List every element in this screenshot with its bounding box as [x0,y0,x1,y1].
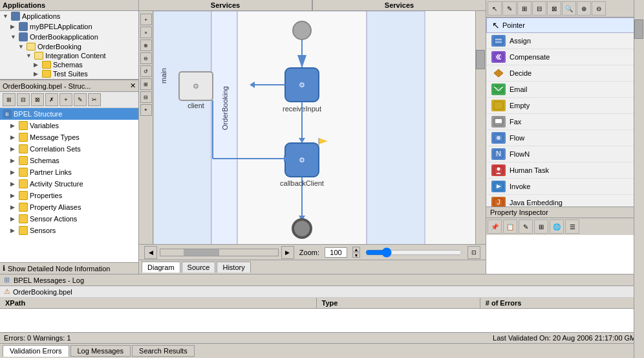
rt-btn-2[interactable]: ✎ [502,1,517,16]
struct-item-sensors[interactable]: ▶ Sensors [0,225,138,236]
bottom-tab-log[interactable]: Log Messages [70,345,131,357]
rt-btn-6[interactable]: 🔍 [562,1,576,16]
comp-item-assign[interactable]: Assign [486,33,644,49]
pointer-item[interactable]: ↖ Pointer [486,17,644,33]
zoom-up[interactable]: ▲ [352,247,360,252]
vt-zoom-out[interactable]: ⊖ [140,52,152,64]
structure-tb-btn-3[interactable]: ⊠ [31,93,44,106]
structure-tb-btn-2[interactable]: ⊟ [17,93,30,106]
expand-orderbook[interactable]: ▼ [10,34,17,40]
pointer-icon: ↖ [492,20,500,30]
show-info-bar[interactable]: ℹ Show Detailed Node Information [0,262,138,274]
rt-btn-8[interactable]: ⊖ [592,1,606,16]
expand-testsuites[interactable]: ▶ [34,71,40,77]
vt-collapse[interactable]: × [140,27,152,38]
close-structure-btn[interactable]: ✕ [130,82,136,90]
diagram-area[interactable]: + × ⊕ ⊖ ↺ ⊞ ⊟ ⌖ main [139,11,486,244]
comp-item-java[interactable]: J Java Embedding [486,195,644,207]
expand-correlation-sets[interactable]: ▶ [10,146,17,152]
scroll-right-btn[interactable]: ▶ [281,246,294,259]
expand-activity-structure[interactable]: ▶ [10,181,17,187]
h-scrollbar[interactable] [160,249,279,256]
zoom-slider[interactable] [365,247,462,258]
struct-item-property-aliases[interactable]: ▶ Property Aliases [0,201,138,213]
expand-integration[interactable]: ▼ [26,52,32,59]
expand-mybpel[interactable]: ▶ [10,23,17,30]
expand-property-aliases[interactable]: ▶ [10,204,17,210]
structure-tb-btn-6[interactable]: ✎ [74,93,87,106]
comp-item-decide[interactable]: Decide [486,65,644,82]
scroll-left-btn[interactable]: ◀ [144,246,157,259]
zoom-fit[interactable]: ⊡ [467,246,480,259]
tab-source[interactable]: Source [182,262,216,273]
vt-expand[interactable]: + [140,14,152,25]
tree-item-orderbooking[interactable]: ▼ OrderBooking [0,42,138,51]
scrollbar-thumb[interactable] [476,50,485,69]
vt-rotate[interactable]: ↺ [140,65,152,77]
bottom-tab-validation[interactable]: Validation Errors [3,345,69,357]
structure-tb-btn-5[interactable]: + [59,93,72,106]
struct-item-schemas2[interactable]: ▶ Schemas [0,155,138,166]
tree-item-orderbook[interactable]: ▼ OrderBookapplication [0,32,138,42]
rt-btn-4[interactable]: ⊟ [532,1,546,16]
rt-btn-5[interactable]: ⊠ [547,1,561,16]
vt-zoom-in[interactable]: ⊕ [140,39,152,51]
comp-item-email[interactable]: Email [486,82,644,98]
expand-partner-links[interactable]: ▶ [10,169,17,175]
right-scrollbar-thumb[interactable] [634,19,643,39]
tab-diagram[interactable]: Diagram [142,262,180,273]
expand-variables[interactable]: ▶ [10,122,17,129]
comp-item-flow[interactable]: Flow [486,130,644,146]
tree-item-schemas[interactable]: ▶ Schemas [0,60,138,69]
prop-tb-6[interactable]: ☰ [565,219,579,234]
prop-tb-1[interactable]: 📌 [488,219,502,234]
prop-tb-3[interactable]: ✎ [519,219,533,234]
structure-tb-btn-1[interactable]: ⊞ [3,93,16,106]
vt-layout[interactable]: ⊞ [140,78,152,90]
struct-item-properties[interactable]: ▶ Properties [0,190,138,201]
tab-history[interactable]: History [217,262,250,273]
comp-item-fax[interactable]: Fax [486,114,644,130]
structure-tb-btn-7[interactable]: ✂ [88,93,101,106]
prop-tb-2[interactable]: 📋 [503,219,517,234]
tree-item-mybpel[interactable]: ▶ myBPELApplication [0,21,138,32]
comp-item-empty[interactable]: Empty [486,98,644,114]
rt-btn-1[interactable]: ↖ [488,1,502,16]
diagram-vscrollbar[interactable] [475,11,486,244]
h-scrollbar-thumb[interactable] [184,249,219,256]
struct-item-variables[interactable]: ▶ Variables [0,120,138,131]
vt-extra[interactable]: ⌖ [140,104,152,116]
comp-item-flown[interactable]: N FlowN [486,146,644,162]
struct-item-bpel-structure[interactable]: B BPEL Structure [0,108,138,120]
expand-message-types[interactable]: ▶ [10,134,17,140]
bottom-tab-search[interactable]: Search Results [132,345,195,357]
struct-item-correlation-sets[interactable]: ▶ Correlation Sets [0,143,138,155]
zoom-stepper[interactable]: ▲ ▼ [352,247,360,258]
rt-btn-3[interactable]: ⊞ [517,1,531,16]
prop-tb-4[interactable]: ⊞ [534,219,548,234]
expand-sensors[interactable]: ▶ [10,227,17,234]
structure-tb-btn-4[interactable]: ✗ [45,93,58,106]
expand-properties[interactable]: ▶ [10,192,17,199]
zoom-input[interactable]: 100 [325,247,347,258]
expand-orderbooking[interactable]: ▼ [18,43,25,50]
struct-item-partner-links[interactable]: ▶ Partner Links [0,166,138,178]
comp-item-humantask[interactable]: Human Task [486,162,644,179]
vt-auto[interactable]: ⊟ [140,91,152,103]
tree-item-applications[interactable]: ▼ Applications [0,11,138,21]
expand-sensor-actions[interactable]: ▶ [10,216,17,222]
struct-item-message-types[interactable]: ▶ Message Types [0,131,138,143]
rt-btn-7[interactable]: ⊕ [577,1,591,16]
expand-schemas2[interactable]: ▶ [10,157,17,164]
prop-tb-5[interactable]: 🌐 [550,219,564,234]
struct-item-sensor-actions[interactable]: ▶ Sensor Actions [0,213,138,225]
struct-item-activity-structure[interactable]: ▶ Activity Structure [0,178,138,190]
expand-schemas[interactable]: ▶ [34,62,40,68]
tree-item-testsuites[interactable]: ▶ Test Suites [0,69,138,78]
comp-item-compensate[interactable]: Compensate [486,49,644,65]
zoom-down[interactable]: ▼ [352,252,360,258]
expand-applications[interactable]: ▼ [3,13,9,19]
comp-item-invoke[interactable]: Invoke [486,179,644,195]
tree-item-integration[interactable]: ▼ Integration Content [0,51,138,60]
right-vscrollbar[interactable] [634,0,644,274]
